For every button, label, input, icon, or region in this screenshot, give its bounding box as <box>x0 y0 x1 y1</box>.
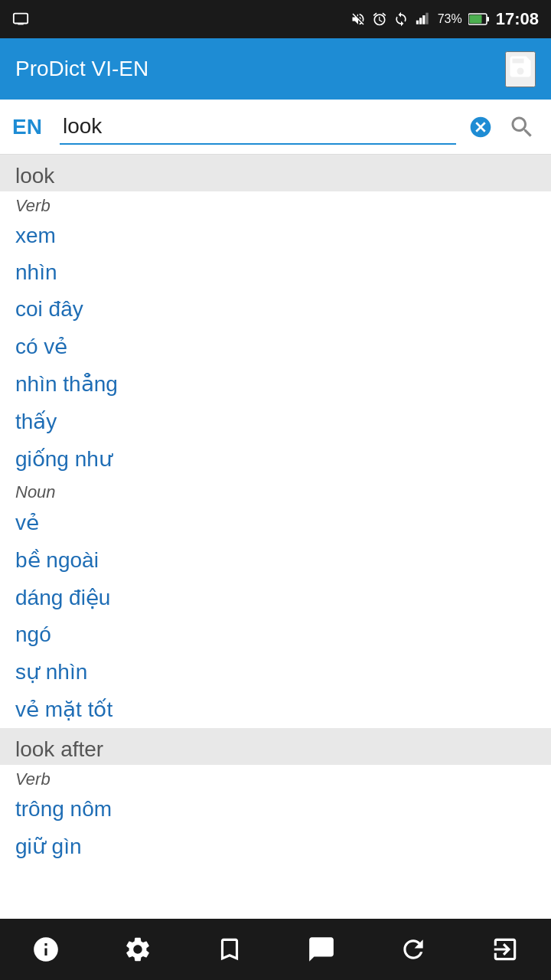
exit-icon <box>491 935 520 964</box>
settings-nav-button[interactable] <box>117 929 158 970</box>
status-time: 17:08 <box>496 9 539 29</box>
translation-item[interactable]: sự nhìn <box>0 653 551 691</box>
search-icon <box>508 113 536 141</box>
svg-rect-3 <box>419 18 422 24</box>
translation-item[interactable]: ngó <box>0 616 551 653</box>
part-of-speech: Verb <box>0 765 551 791</box>
sync-icon <box>393 11 409 27</box>
chat-icon <box>307 935 336 964</box>
svg-rect-4 <box>422 15 425 24</box>
translation-item[interactable]: trông nôm <box>0 791 551 828</box>
search-input-wrap <box>60 109 456 145</box>
translation-item[interactable]: xem <box>0 217 551 254</box>
app-bar: ProDict VI-EN <box>0 38 551 100</box>
results-list: lookVerbxemnhìncoi đâycó vẻnhìn thẳngthấ… <box>0 155 551 865</box>
svg-rect-2 <box>416 21 419 24</box>
word-entry: look <box>0 155 551 191</box>
clear-button[interactable] <box>465 112 496 142</box>
status-bar: 73% 17:08 <box>0 0 551 38</box>
mute-icon <box>350 11 366 27</box>
translation-item[interactable]: nhìn thẳng <box>0 365 551 403</box>
part-of-speech: Verb <box>0 191 551 217</box>
exit-nav-button[interactable] <box>484 929 526 970</box>
svg-rect-0 <box>14 14 28 24</box>
info-nav-button[interactable] <box>25 929 67 970</box>
svg-rect-1 <box>18 24 23 25</box>
save-button[interactable] <box>505 51 536 87</box>
translation-item[interactable]: nhìn <box>0 254 551 291</box>
alarm-icon <box>372 11 387 27</box>
refresh-nav-button[interactable] <box>393 929 434 970</box>
signal-icon <box>415 11 432 27</box>
results-container: lookVerbxemnhìncoi đâycó vẻnhìn thẳngthấ… <box>0 155 551 919</box>
bookmark-icon <box>215 935 244 964</box>
translation-item[interactable]: vẻ mặt tốt <box>0 691 551 728</box>
battery-text: 73% <box>438 12 462 26</box>
translation-item[interactable]: giữ gìn <box>0 828 551 865</box>
search-bar: EN <box>0 100 551 155</box>
chat-nav-button[interactable] <box>301 929 342 970</box>
translation-item[interactable]: coi đây <box>0 291 551 328</box>
word-entry: look after <box>0 728 551 765</box>
search-input[interactable] <box>60 109 456 143</box>
translation-item[interactable]: thấy <box>0 403 551 440</box>
translation-item[interactable]: dáng điệu <box>0 579 551 616</box>
save-icon <box>507 53 534 80</box>
svg-rect-7 <box>487 17 489 21</box>
app-title: ProDict VI-EN <box>15 57 148 81</box>
status-bar-right: 73% 17:08 <box>350 9 539 29</box>
bottom-nav <box>0 919 551 980</box>
battery-icon <box>468 13 490 25</box>
svg-rect-5 <box>425 13 428 24</box>
word-entry-text: look after <box>15 737 103 761</box>
status-bar-left <box>12 11 29 28</box>
part-of-speech: Noun <box>0 478 551 504</box>
translation-item[interactable]: có vẻ <box>0 328 551 365</box>
language-label: EN <box>12 115 51 139</box>
refresh-icon <box>399 935 428 964</box>
clear-icon <box>468 115 493 139</box>
svg-rect-8 <box>469 15 481 24</box>
translation-item[interactable]: giống như <box>0 440 551 478</box>
search-button[interactable] <box>505 110 539 144</box>
bookmark-nav-button[interactable] <box>209 929 250 970</box>
translation-item[interactable]: bề ngoài <box>0 541 551 579</box>
translation-item[interactable]: vẻ <box>0 504 551 541</box>
screen-icon <box>12 11 29 28</box>
settings-icon <box>123 935 152 964</box>
info-icon <box>31 935 60 964</box>
word-entry-text: look <box>15 164 54 188</box>
